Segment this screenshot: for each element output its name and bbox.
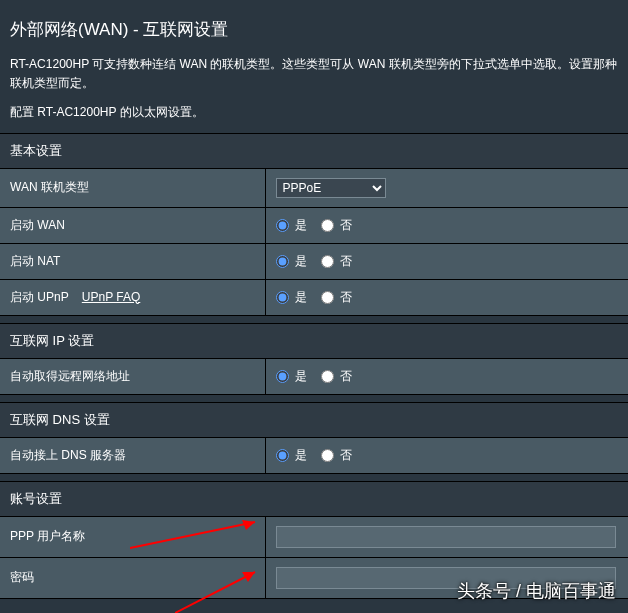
enable-upnp-radio: 是 否	[276, 289, 619, 306]
auto-dns-yes[interactable]	[276, 449, 289, 462]
ppp-user-input[interactable]	[276, 526, 616, 548]
wan-type-select[interactable]: PPPoE	[276, 178, 386, 198]
auto-ip-no[interactable]	[321, 370, 334, 383]
password-input[interactable]	[276, 567, 616, 589]
section-account: 账号设置	[0, 481, 628, 516]
enable-wan-label: 启动 WAN	[0, 207, 265, 243]
enable-wan-yes[interactable]	[276, 219, 289, 232]
page-title: 外部网络(WAN) - 互联网设置	[0, 0, 628, 55]
ppp-user-label: PPP 用户名称	[0, 516, 265, 557]
enable-wan-no[interactable]	[321, 219, 334, 232]
auto-ip-yes[interactable]	[276, 370, 289, 383]
page-desc-2: 配置 RT-AC1200HP 的以太网设置。	[0, 103, 628, 132]
section-ip: 互联网 IP 设置	[0, 323, 628, 358]
password-label: 密码	[0, 557, 265, 598]
enable-nat-label: 启动 NAT	[0, 243, 265, 279]
section-basic: 基本设置	[0, 133, 628, 168]
enable-nat-no[interactable]	[321, 255, 334, 268]
auto-ip-radio: 是 否	[276, 368, 619, 385]
auto-ip-label: 自动取得远程网络地址	[0, 358, 265, 394]
enable-wan-radio: 是 否	[276, 217, 619, 234]
enable-upnp-yes[interactable]	[276, 291, 289, 304]
page-desc-1: RT-AC1200HP 可支持数种连结 WAN 的联机类型。这些类型可从 WAN…	[0, 55, 628, 103]
auto-dns-label: 自动接上 DNS 服务器	[0, 437, 265, 473]
wan-type-label: WAN 联机类型	[0, 168, 265, 207]
auto-dns-no[interactable]	[321, 449, 334, 462]
enable-upnp-no[interactable]	[321, 291, 334, 304]
upnp-faq-link[interactable]: UPnP FAQ	[82, 290, 140, 304]
section-dns: 互联网 DNS 设置	[0, 402, 628, 437]
enable-upnp-cell: 启动 UPnP UPnP FAQ	[0, 279, 265, 315]
enable-nat-yes[interactable]	[276, 255, 289, 268]
settings-table: 基本设置 WAN 联机类型 PPPoE 启动 WAN 是 否 启动 NAT 是 …	[0, 133, 628, 599]
enable-upnp-label: 启动 UPnP	[10, 290, 68, 304]
auto-dns-radio: 是 否	[276, 447, 619, 464]
enable-nat-radio: 是 否	[276, 253, 619, 270]
